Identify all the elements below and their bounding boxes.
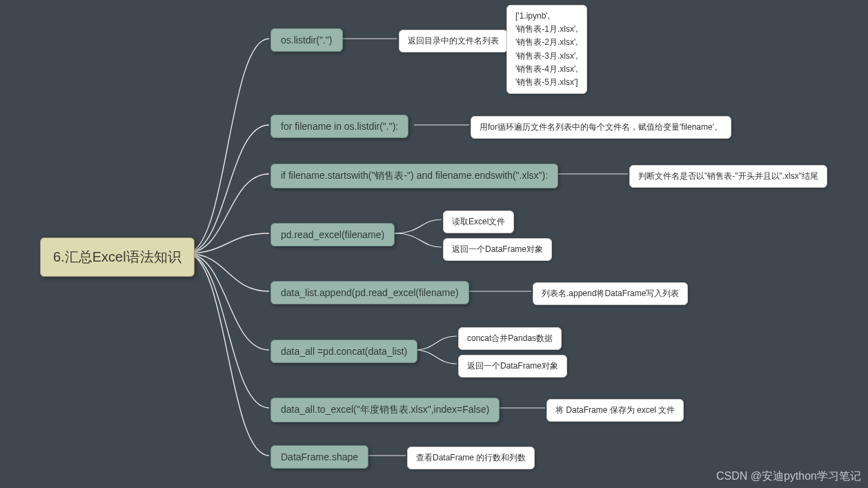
leaf-listdir-output: ['1.ipynb', '销售表-1月.xlsx', '销售表-2月.xlsx'… xyxy=(506,5,587,94)
leaf-append-desc: 列表名.append将DataFrame写入列表 xyxy=(533,282,688,305)
branch-to-excel[interactable]: data_all.to_excel("年度销售表.xlsx",index=Fal… xyxy=(270,398,500,422)
leaf-if-desc: 判断文件名是否以"销售表-"开头并且以".xlsx"结尾 xyxy=(629,165,827,188)
leaf-for-desc: 用for循环遍历文件名列表中的每个文件名，赋值给变量'filename'。 xyxy=(471,116,731,139)
branch-append[interactable]: data_list.append(pd.read_excel(filename) xyxy=(270,281,469,304)
branch-os-listdir[interactable]: os.listdir(".") xyxy=(270,28,343,52)
watermark-text: CSDN @安迪python学习笔记 xyxy=(716,469,861,484)
leaf-read-excel-desc1: 读取Excel文件 xyxy=(443,211,514,233)
branch-concat[interactable]: data_all =pd.concat(data_list) xyxy=(270,340,417,363)
branch-for-loop[interactable]: for filename in os.listdir("."): xyxy=(270,115,408,138)
branch-shape[interactable]: DataFrame.shape xyxy=(270,445,368,469)
leaf-concat-desc1: concat合并Pandas数据 xyxy=(458,327,562,350)
branch-read-excel[interactable]: pd.read_excel(filename) xyxy=(270,223,395,246)
leaf-listdir-desc: 返回目录中的文件名列表 xyxy=(399,30,508,52)
leaf-read-excel-desc2: 返回一个DataFrame对象 xyxy=(443,238,552,261)
root-node[interactable]: 6.汇总Excel语法知识 xyxy=(40,237,195,277)
leaf-concat-desc2: 返回一个DataFrame对象 xyxy=(458,355,567,378)
leaf-shape-desc: 查看DataFrame 的行数和列数 xyxy=(407,447,535,469)
leaf-to-excel-desc: 将 DataFrame 保存为 excel 文件 xyxy=(546,399,684,422)
branch-if-condition[interactable]: if filename.startswith("销售表-") and filen… xyxy=(270,164,558,188)
